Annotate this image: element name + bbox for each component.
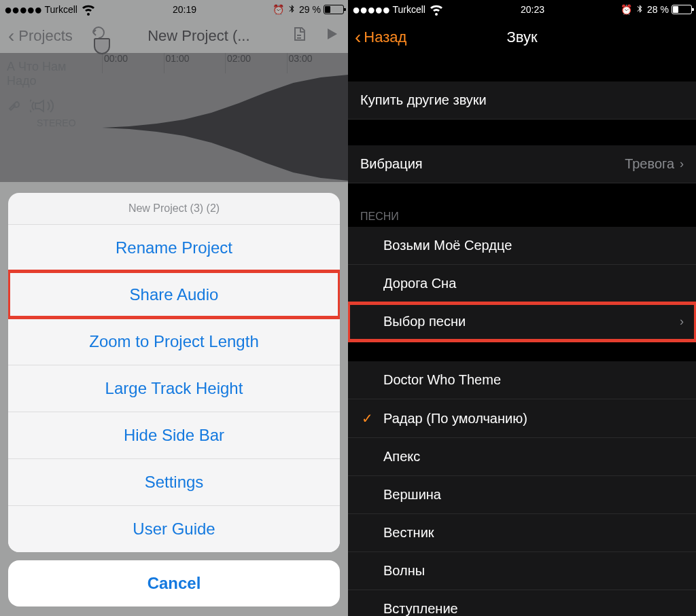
project-title: New Project (... bbox=[147, 27, 249, 45]
battery-icon bbox=[324, 5, 344, 14]
tone-label: Радар (По умолчанию) bbox=[383, 411, 527, 427]
tone-row[interactable]: Вступление bbox=[348, 590, 696, 616]
timeline[interactable]: 00:00 01:00 02:00 03:00 bbox=[102, 53, 348, 182]
sheet-item-rename[interactable]: Rename Project bbox=[8, 224, 340, 271]
tone-label: Вершина bbox=[383, 487, 441, 503]
tone-row[interactable]: Вершина bbox=[348, 476, 696, 514]
tone-label: Вестник bbox=[383, 525, 434, 541]
project-settings-icon[interactable] bbox=[291, 26, 307, 46]
wifi-icon bbox=[428, 1, 445, 19]
sheet-item-zoom[interactable]: Zoom to Project Length bbox=[8, 318, 340, 365]
waveform-area: А Что Нам Надо STEREO 00:00 01:00 02:00 … bbox=[0, 53, 348, 182]
signal-dots-icon: ●●●●● bbox=[352, 6, 389, 13]
track-name: А Что Нам Надо bbox=[7, 60, 95, 88]
bluetooth-icon bbox=[287, 4, 296, 16]
sheet-item-user-guide[interactable]: User Guide bbox=[8, 505, 340, 552]
action-sheet: New Project (3) (2) Rename Project Share… bbox=[8, 193, 340, 606]
left-screenshot: ●●●●● Turkcell 20:19 ⏰ 29 % ‹ Projects N… bbox=[0, 0, 348, 616]
alarm-icon: ⏰ bbox=[621, 4, 632, 15]
time-marker: 03:00 bbox=[287, 53, 349, 73]
sheet-item-track-height[interactable]: Large Track Height bbox=[8, 365, 340, 412]
chevron-right-icon: › bbox=[680, 314, 684, 329]
time-marker: 00:00 bbox=[102, 53, 164, 73]
song-label: Выбор песни bbox=[383, 314, 466, 329]
wifi-icon bbox=[80, 1, 97, 19]
row-label: Купить другие звуки bbox=[360, 92, 487, 108]
status-bar: ●●●●● Turkcell 20:23 ⏰ 28 % bbox=[348, 0, 696, 19]
back-label[interactable]: Projects bbox=[18, 27, 72, 45]
tone-row[interactable]: Волны bbox=[348, 552, 696, 590]
songs-header: Песни bbox=[348, 204, 696, 227]
song-row[interactable]: Дорога Сна bbox=[348, 265, 696, 303]
navbar: ‹ Назад Звук bbox=[348, 19, 696, 56]
signal-dots-icon: ●●●●● bbox=[4, 6, 41, 13]
time-marker: 02:00 bbox=[225, 53, 287, 73]
clock-label: 20:19 bbox=[173, 4, 196, 15]
carrier-label: Turkcell bbox=[392, 4, 425, 15]
row-value: Тревога bbox=[625, 156, 674, 172]
back-label: Назад bbox=[364, 29, 406, 46]
tone-row[interactable]: Вестник bbox=[348, 514, 696, 552]
tone-row[interactable]: Doctor Who Theme bbox=[348, 361, 696, 399]
tone-label: Волны bbox=[383, 563, 425, 579]
time-markers: 00:00 01:00 02:00 03:00 bbox=[102, 53, 348, 73]
battery-label: 28 % bbox=[647, 4, 669, 15]
row-vibration[interactable]: Вибрация Тревога › bbox=[348, 145, 696, 183]
row-buy-sounds[interactable]: Купить другие звуки bbox=[348, 81, 696, 120]
song-row-pick-song[interactable]: Выбор песни › bbox=[348, 303, 696, 341]
back-button[interactable]: ‹ Назад bbox=[355, 29, 406, 46]
clock-label: 20:23 bbox=[521, 4, 544, 15]
alarm-icon: ⏰ bbox=[273, 4, 284, 15]
battery-icon bbox=[672, 5, 692, 14]
row-label: Вибрация bbox=[360, 156, 423, 172]
waveform-icon bbox=[102, 73, 348, 182]
tone-label: Вступление bbox=[383, 601, 458, 616]
time-marker: 01:00 bbox=[164, 53, 226, 73]
tone-row-default[interactable]: ✓ Радар (По умолчанию) bbox=[348, 399, 696, 438]
chevron-right-icon: › bbox=[680, 157, 684, 171]
sound-settings: Купить другие звуки Вибрация Тревога › П… bbox=[348, 56, 696, 616]
wrench-icon[interactable] bbox=[7, 98, 23, 117]
carrier-label: Turkcell bbox=[44, 4, 77, 15]
tone-label: Doctor Who Theme bbox=[383, 372, 501, 388]
status-bar: ●●●●● Turkcell 20:19 ⏰ 29 % bbox=[0, 0, 348, 19]
song-label: Возьми Моё Сердце bbox=[383, 238, 512, 253]
action-sheet-group: New Project (3) (2) Rename Project Share… bbox=[8, 193, 340, 552]
song-row[interactable]: Возьми Моё Сердце bbox=[348, 227, 696, 265]
check-icon: ✓ bbox=[360, 410, 374, 427]
battery-label: 29 % bbox=[299, 4, 321, 15]
back-chevron-icon: ‹ bbox=[355, 31, 361, 44]
sheet-item-share-audio[interactable]: Share Audio bbox=[8, 271, 340, 318]
tone-row[interactable]: Апекс bbox=[348, 438, 696, 476]
sheet-item-hide-sidebar[interactable]: Hide Side Bar bbox=[8, 412, 340, 458]
navbar: ‹ Projects New Project (... bbox=[0, 19, 348, 53]
stereo-label: STEREO bbox=[37, 117, 95, 128]
tone-label: Апекс bbox=[383, 449, 420, 465]
back-chevron-icon[interactable]: ‹ bbox=[8, 29, 14, 43]
cancel-button[interactable]: Cancel bbox=[8, 560, 340, 606]
bluetooth-icon bbox=[635, 4, 644, 16]
track-sidebar: А Что Нам Надо STEREO bbox=[0, 53, 102, 182]
song-label: Дорога Сна bbox=[383, 276, 456, 291]
sheet-title: New Project (3) (2) bbox=[8, 193, 340, 224]
speaker-icon[interactable] bbox=[30, 98, 57, 117]
right-screenshot: ●●●●● Turkcell 20:23 ⏰ 28 % ‹ Назад Звук… bbox=[348, 0, 696, 616]
playhead-icon[interactable] bbox=[94, 38, 110, 54]
play-icon[interactable] bbox=[324, 26, 340, 46]
sheet-item-settings[interactable]: Settings bbox=[8, 458, 340, 505]
page-title: Звук bbox=[506, 29, 537, 46]
